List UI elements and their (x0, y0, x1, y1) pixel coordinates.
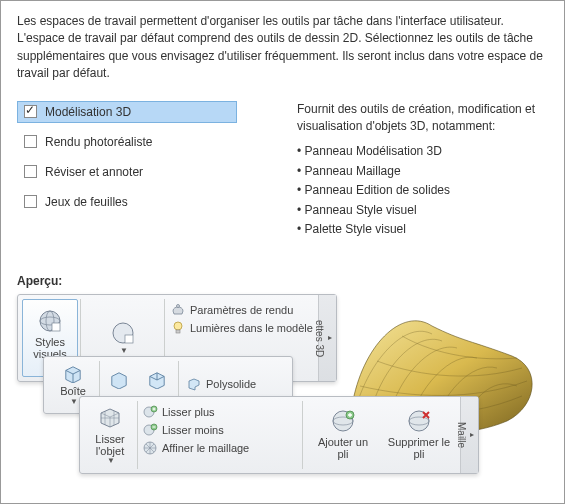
button-label: Lisser l'objet (87, 433, 133, 457)
box-icon (60, 364, 86, 383)
tab-label: Maille (456, 422, 467, 448)
render-large-button[interactable]: ▼ (84, 321, 162, 355)
panel3-list: Lisser plus Lisser moins Affiner le mail… (140, 403, 290, 457)
checkbox-icon (24, 105, 37, 118)
panel1-list: Paramètres de rendu Lumières dans le mod… (168, 301, 318, 337)
option-label: Modélisation 3D (45, 105, 131, 119)
chevron-down-icon: ▼ (70, 398, 78, 407)
svg-rect-8 (176, 330, 180, 333)
dialog-panel: Les espaces de travail permettent d'orga… (0, 0, 565, 504)
sphere-render-icon (110, 321, 136, 345)
tab-label: ettes 3D (314, 320, 325, 357)
option-reviser-annoter[interactable]: Réviser et annoter (17, 161, 237, 183)
arrow-icon: ▸ (325, 299, 334, 375)
item-label: Lisser moins (162, 424, 224, 436)
add-crease-button[interactable]: Ajouter un pli (310, 405, 376, 463)
chevron-down-icon: ▼ (107, 457, 115, 466)
item-label: Lumières dans le modèle (190, 322, 313, 334)
divider (137, 401, 138, 469)
sphere-styles-icon (37, 308, 63, 334)
checkbox-icon (24, 195, 37, 208)
solid-icon (144, 367, 170, 393)
workspace-options: Modélisation 3D Rendu photoréaliste Révi… (17, 101, 237, 241)
sphere-remove-icon (406, 408, 432, 434)
sphere-minus-icon (142, 422, 158, 438)
option-modelisation-3d[interactable]: Modélisation 3D (17, 101, 237, 123)
preview-area: Styles visuels ▼ ▼ Paramètres de (17, 294, 548, 484)
arrow-icon: ▸ (467, 401, 476, 467)
description-bullet: • Palette Style visuel (297, 221, 548, 238)
description-bullet: • Panneau Modélisation 3D (297, 143, 548, 160)
mesh-refine-icon (142, 440, 158, 456)
item-label: Polysolide (206, 378, 256, 390)
render-settings-item[interactable]: Paramètres de rendu (168, 301, 318, 319)
smooth-more-item[interactable]: Lisser plus (140, 403, 290, 421)
polysolid-item[interactable]: Polysolide (184, 375, 258, 393)
lightbulb-icon (170, 320, 186, 336)
preview-label: Aperçu: (17, 274, 548, 288)
mesh-smooth-icon (97, 405, 123, 431)
remove-crease-button[interactable]: Supprimer le pli (384, 405, 454, 463)
smooth-less-item[interactable]: Lisser moins (140, 421, 290, 439)
description-bullet: • Panneau Maillage (297, 163, 548, 180)
svg-point-7 (174, 322, 182, 330)
middle-row: Modélisation 3D Rendu photoréaliste Révi… (17, 101, 548, 241)
svg-rect-5 (125, 335, 133, 343)
option-label: Réviser et annoter (45, 165, 143, 179)
option-jeux-de-feuilles[interactable]: Jeux de feuilles (17, 191, 237, 213)
smooth-object-button[interactable]: Lisser l'objet ▼ (84, 401, 136, 469)
sphere-plus-icon (142, 404, 158, 420)
panel3-right-buttons: Ajouter un pli Supprimer le pli (310, 405, 454, 463)
intro-text: Les espaces de travail permettent d'orga… (17, 13, 548, 83)
button-label: Ajouter un pli (313, 436, 373, 460)
description-panel: Fournit des outils de création, modifica… (297, 101, 548, 241)
item-label: Affiner le maillage (162, 442, 249, 454)
chevron-down-icon: ▼ (120, 347, 128, 356)
lights-item[interactable]: Lumières dans le modèle (168, 319, 318, 337)
divider (302, 401, 303, 469)
option-rendu-photorealiste[interactable]: Rendu photoréaliste (17, 131, 237, 153)
ribbon-panel-mesh: Lisser l'objet ▼ Lisser plus Lisser moin… (79, 396, 479, 474)
polysolid-icon (186, 376, 202, 392)
extrude-icon (106, 367, 132, 393)
svg-point-6 (177, 305, 180, 308)
description-bullet: • Panneau Style visuel (297, 202, 548, 219)
svg-rect-3 (52, 323, 60, 331)
teapot-icon (170, 302, 186, 318)
checkbox-icon (24, 135, 37, 148)
option-label: Rendu photoréaliste (45, 135, 152, 149)
item-label: Paramètres de rendu (190, 304, 293, 316)
item-label: Lisser plus (162, 406, 215, 418)
description-lead: Fournit des outils de création, modifica… (297, 101, 548, 136)
panel3-tab[interactable]: ▸ Maille (460, 397, 478, 473)
button-label: Supprimer le pli (387, 436, 451, 460)
sphere-add-icon (330, 408, 356, 434)
panel1-tab[interactable]: ▸ ettes 3D (318, 295, 336, 381)
description-bullet: • Panneau Edition de solides (297, 182, 548, 199)
refine-mesh-item[interactable]: Affiner le maillage (140, 439, 290, 457)
checkbox-icon (24, 165, 37, 178)
option-label: Jeux de feuilles (45, 195, 128, 209)
